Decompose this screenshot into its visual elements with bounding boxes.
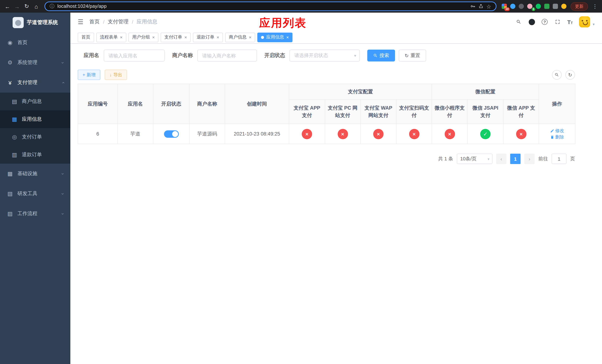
extension-face-icon[interactable] [560, 3, 568, 10]
sidebar-item-pay-order[interactable]: ◎ 支付订单 [0, 128, 70, 146]
sidebar-item-system[interactable]: ⚙ 系统管理 › [0, 53, 70, 73]
cell-created: 2021-10-23 08:49:25 [225, 124, 289, 144]
prev-page-button[interactable]: ‹ [496, 154, 506, 164]
extension-puzzle-icon[interactable] [551, 3, 559, 10]
font-size-icon[interactable]: TT [567, 19, 573, 25]
sidebar-item-merchant-info[interactable]: ▤ 商户信息 [0, 93, 70, 110]
tags-bar: 首页 流程表单 × 用户分组 × 支付订单 × 退款订单 × 商户信息 × 应用… [70, 31, 602, 44]
plus-icon: + [83, 72, 85, 77]
extension-dark-icon[interactable] [517, 3, 525, 10]
breadcrumb: 首页 / 支付管理 / 应用信息 [89, 19, 158, 25]
extension-avatar-icon[interactable]: 1 [526, 3, 534, 10]
close-icon[interactable]: × [120, 35, 123, 39]
help-icon[interactable]: ? [541, 19, 548, 25]
page-title: 应用列表 [259, 16, 307, 31]
table-toolbar: + 新增 ↓ 导出 ↻ [78, 70, 575, 80]
refund-icon: ▥ [11, 151, 18, 158]
breadcrumb-payment[interactable]: 支付管理 [108, 19, 129, 25]
page-number-1[interactable]: 1 [510, 154, 521, 164]
site-info-icon[interactable]: ⓘ [50, 3, 54, 10]
group-header-alipay: 支付宝配置 [289, 84, 432, 99]
download-icon: ↓ [110, 72, 112, 77]
chrome-update-button[interactable]: 更新 [570, 2, 588, 11]
collapse-sidebar-icon[interactable]: ☰ [78, 18, 84, 26]
bookmark-star-icon[interactable]: ☆ [486, 3, 491, 9]
close-icon[interactable]: × [152, 35, 155, 39]
export-button[interactable]: ↓ 导出 [105, 70, 127, 80]
next-page-button[interactable]: › [524, 154, 535, 164]
reload-icon[interactable]: ↻ [22, 2, 31, 11]
sidebar-item-workflow[interactable]: ▨ 工作流程 › [0, 204, 70, 224]
tab-user-group[interactable]: 用户分组 × [129, 32, 159, 42]
delete-link[interactable]: 删除 [550, 134, 564, 140]
sidebar-item-home[interactable]: ◉ 首页 [0, 32, 70, 53]
enabled-toggle[interactable] [164, 130, 179, 138]
avatar-caret-icon[interactable]: ▾ [593, 22, 595, 27]
logo-image [12, 17, 23, 28]
fullscreen-icon[interactable] [554, 19, 561, 25]
chevron-down-icon: › [60, 173, 66, 175]
tab-refund-order[interactable]: 退款订单 × [193, 32, 223, 42]
sidebar-item-devtools[interactable]: ▧ 研发工具 › [0, 184, 70, 204]
forward-icon[interactable]: → [13, 2, 22, 11]
extension-green-book-icon[interactable] [543, 3, 550, 10]
channel-status-icon: × [302, 129, 312, 139]
browser-menu-icon[interactable]: ⋮ [591, 3, 599, 9]
github-icon[interactable] [528, 19, 535, 25]
main-content: 应用名 商户名称 开启状态 请选择开启状态 ▾ 搜索 ↻ 重置 [70, 44, 602, 364]
tab-home[interactable]: 首页 [78, 32, 94, 42]
merchant-name-input[interactable] [197, 50, 257, 62]
app-table: 应用编号 应用名 开启状态 商户名称 创建时间 支付宝配置 微信配置 操作 支付… [78, 84, 575, 144]
tab-process-form[interactable]: 流程表单 × [96, 32, 126, 42]
tab-merchant-info[interactable]: 商户信息 × [225, 32, 255, 42]
goto-page-input[interactable] [552, 154, 567, 164]
page-size-select[interactable]: 10条/页 ▾ [457, 154, 492, 164]
browser-home-icon[interactable]: ⌂ [32, 2, 41, 11]
extension-blue-icon[interactable] [509, 3, 516, 10]
order-icon: ◎ [11, 134, 18, 140]
breadcrumb-home[interactable]: 首页 [89, 19, 100, 25]
reset-button[interactable]: ↻ 重置 [399, 50, 426, 62]
back-icon[interactable]: ← [3, 2, 12, 11]
extension-green-circle-icon[interactable] [534, 3, 542, 10]
status-select[interactable]: 请选择开启状态 ▾ [290, 50, 360, 62]
goto-unit: 页 [570, 156, 575, 162]
search-icon[interactable] [516, 19, 522, 25]
sidebar-item-refund-order[interactable]: ▥ 退款订单 [0, 146, 70, 164]
close-icon[interactable]: × [249, 35, 251, 39]
tab-pay-order[interactable]: 支付订单 × [161, 32, 191, 42]
goto-label: 前往 [538, 156, 548, 162]
filter-form: 应用名 商户名称 开启状态 请选择开启状态 ▾ 搜索 ↻ 重置 [78, 50, 595, 62]
sidebar: 芋道管理系统 ◉ 首页 ⚙ 系统管理 › ¥ 支付管理 › ▤ 商户信息 ▦ 应… [0, 13, 70, 364]
url-bar[interactable]: ⓘ localhost:1024/pay/app ☆ [44, 1, 496, 11]
sidebar-item-infra[interactable]: ▩ 基础设施 › [0, 164, 70, 184]
col-header-wx-app: 微信 APP 支付 [503, 99, 539, 124]
tab-app-info[interactable]: 应用信息 × [257, 32, 292, 42]
password-key-icon[interactable] [470, 4, 475, 9]
cell-actions: 修改 删除 [539, 124, 575, 144]
card-icon: ▤ [11, 98, 18, 105]
sidebar-item-payment[interactable]: ¥ 支付管理 › [0, 73, 70, 93]
share-icon[interactable] [478, 4, 483, 9]
sidebar-item-app-info[interactable]: ▦ 应用信息 [0, 110, 70, 128]
app-name-input[interactable] [104, 50, 165, 62]
extension-grid-icon[interactable]: 10 [500, 3, 508, 10]
dashboard-icon: ◉ [7, 39, 13, 46]
add-button[interactable]: + 新增 [78, 70, 100, 80]
close-icon[interactable]: × [216, 35, 219, 39]
app-header: ☰ 首页 / 支付管理 / 应用信息 ? TT ▾ [70, 13, 602, 31]
status-label: 开启状态 [264, 52, 285, 59]
channel-status-icon: × [444, 129, 455, 139]
close-icon[interactable]: × [286, 35, 289, 39]
col-header-merchant: 商户名称 [189, 84, 225, 124]
col-header-wx-jsapi: 微信 JSAPI 支付 [467, 99, 503, 124]
toggle-search-button[interactable] [552, 70, 562, 80]
channel-status-icon: × [373, 129, 384, 139]
edit-link[interactable]: 修改 [550, 128, 564, 134]
search-button[interactable]: 搜索 [367, 50, 395, 62]
screen: ← → ↻ ⌂ ⓘ localhost:1024/pay/app ☆ 10 1 … [0, 0, 602, 364]
refresh-table-button[interactable]: ↻ [565, 70, 575, 80]
user-avatar[interactable] [579, 16, 590, 27]
cell-app-name: 芋道 [118, 124, 153, 144]
close-icon[interactable]: × [184, 35, 187, 39]
